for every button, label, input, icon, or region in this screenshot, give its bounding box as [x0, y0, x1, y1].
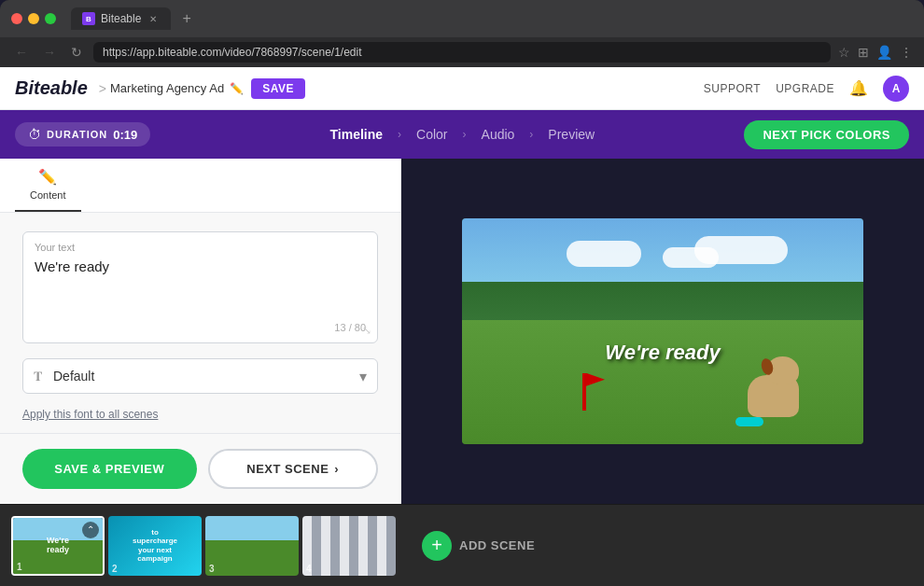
- step-arrow-2: ›: [463, 128, 467, 141]
- url-input[interactable]: [93, 42, 831, 63]
- tab-content-label: Content: [30, 189, 66, 201]
- video-preview: We're ready: [462, 218, 863, 444]
- save-preview-button[interactable]: SAVE & PREVIEW: [22, 449, 197, 489]
- browser-chrome: B Biteable ✕ + ← → ↻ ☆ ⊞ 👤 ⋮: [0, 0, 924, 67]
- font-selector-group: 𝐓 Default Arial Georgia Impact ▾: [22, 358, 378, 394]
- font-select-wrapper: 𝐓 Default Arial Georgia Impact ▾: [22, 358, 378, 394]
- upgrade-link[interactable]: UPGRADE: [776, 82, 834, 95]
- tab-favicon: B: [82, 12, 95, 25]
- active-tab[interactable]: B Biteable ✕: [71, 7, 171, 30]
- font-select[interactable]: Default Arial Georgia Impact: [22, 358, 378, 394]
- tab-title: Biteable: [101, 12, 141, 25]
- toy-bone: [735, 417, 763, 426]
- header-right: SUPPORT UPGRADE 🔔 A: [704, 76, 909, 102]
- left-panel: ✏️ Content Your text We're ready 13 / 80…: [0, 159, 401, 504]
- steps-bar: ⏱ DURATION 0:19 Timeline › Color › Audio…: [0, 110, 924, 159]
- app-header: Biteable > Marketing Agency Ad ✏️ SAVE S…: [0, 67, 924, 110]
- dog-figure: [729, 333, 804, 417]
- video-text-overlay: We're ready: [605, 341, 720, 365]
- back-button[interactable]: ←: [11, 43, 32, 62]
- close-window-button[interactable]: [11, 13, 22, 24]
- minimize-window-button[interactable]: [28, 13, 39, 24]
- app-logo[interactable]: Biteable: [15, 77, 88, 99]
- browser-actions: ☆ ⊞ 👤 ⋮: [838, 45, 913, 60]
- apply-font-section: Apply this font to all scenes: [22, 405, 378, 422]
- step-preview-label: Preview: [548, 127, 595, 142]
- main-content: ✏️ Content Your text We're ready 13 / 80…: [0, 159, 924, 504]
- text-area-label: Your text: [35, 242, 366, 253]
- scene-4-num: 4: [306, 564, 312, 574]
- next-pick-colors-button[interactable]: NeXT Pick colors: [744, 120, 909, 149]
- panel-footer: SAVE & PREVIEW NEXT SCENE ›: [0, 433, 400, 504]
- browser-titlebar: B Biteable ✕ +: [0, 0, 924, 37]
- panel-body: Your text We're ready 13 / 80 ⤡ 𝐓 Defaul…: [0, 213, 400, 433]
- breadcrumb-title: Marketing Agency Ad ✏️: [110, 81, 244, 95]
- video-flag: [582, 373, 586, 411]
- scene-3-bg: [205, 516, 299, 576]
- scene-1-up-icon[interactable]: ⌃: [82, 522, 99, 538]
- add-scene-button[interactable]: + ADD SCENE: [407, 523, 550, 568]
- traffic-lights: [11, 13, 56, 24]
- step-timeline-label: Timeline: [330, 127, 384, 142]
- dog-ear: [759, 357, 774, 376]
- forward-button[interactable]: →: [39, 43, 60, 62]
- step-arrow-1: ›: [398, 128, 401, 141]
- address-bar: ← → ↻ ☆ ⊞ 👤 ⋮: [0, 37, 924, 67]
- clock-icon: ⏱: [28, 127, 41, 142]
- next-scene-button[interactable]: NEXT SCENE ›: [208, 449, 379, 489]
- dog-body: [748, 375, 799, 417]
- project-title: Marketing Agency Ad: [110, 81, 224, 95]
- bookmark-icon[interactable]: ☆: [838, 45, 850, 60]
- browser-tabs: B Biteable ✕ +: [71, 7, 913, 30]
- menu-icon[interactable]: ⋮: [900, 45, 913, 60]
- refresh-button[interactable]: ↻: [67, 43, 86, 62]
- maximize-window-button[interactable]: [45, 13, 56, 24]
- step-color[interactable]: Color: [416, 127, 447, 142]
- add-scene-label: ADD SCENE: [459, 538, 535, 552]
- save-button[interactable]: SAVE: [251, 78, 305, 99]
- scene-thumb-2[interactable]: to supercharge your next campaign 2: [108, 516, 202, 576]
- scene-thumb-4[interactable]: 4: [302, 516, 396, 576]
- add-scene-circle-icon: +: [422, 531, 452, 561]
- scene-3-num: 3: [209, 564, 215, 574]
- scene-4-bg: [302, 516, 396, 576]
- step-color-label: Color: [416, 127, 447, 142]
- scene-2-num: 2: [112, 564, 118, 574]
- steps-nav: Timeline › Color › Audio › Preview: [180, 127, 744, 142]
- cloud-3: [694, 236, 788, 264]
- step-audio-label: Audio: [482, 127, 515, 142]
- step-preview[interactable]: Preview: [548, 127, 595, 142]
- new-tab-button[interactable]: +: [175, 10, 198, 27]
- edit-title-icon[interactable]: ✏️: [230, 82, 244, 95]
- scene-text-input[interactable]: We're ready: [35, 258, 366, 314]
- next-scene-label: NEXT SCENE: [246, 462, 329, 476]
- support-link[interactable]: SUPPORT: [704, 82, 761, 95]
- scene-1-label: We're ready: [35, 536, 80, 556]
- notification-icon[interactable]: 🔔: [849, 79, 868, 97]
- preview-area: We're ready: [401, 159, 924, 504]
- dog-head: [766, 356, 799, 384]
- scene-thumb-1[interactable]: ⌃ We're ready 1: [11, 516, 105, 576]
- profile-icon[interactable]: 👤: [876, 45, 892, 60]
- step-timeline[interactable]: Timeline: [330, 127, 384, 142]
- resize-handle-icon: ⤡: [362, 324, 371, 337]
- pencil-icon: ✏️: [38, 168, 57, 186]
- tab-close-button[interactable]: ✕: [147, 12, 160, 25]
- text-input-group: Your text We're ready 13 / 80 ⤡: [22, 231, 378, 343]
- filmstrip: ⌃ We're ready 1 to supercharge your next…: [0, 504, 924, 586]
- layers-icon[interactable]: ⊞: [858, 45, 869, 60]
- panel-tabs: ✏️ Content: [0, 159, 400, 213]
- apply-font-link[interactable]: Apply this font to all scenes: [22, 408, 158, 421]
- duration-badge: ⏱ DURATION 0:19: [15, 122, 150, 146]
- step-audio[interactable]: Audio: [482, 127, 515, 142]
- tab-content[interactable]: ✏️ Content: [15, 159, 81, 212]
- scene-thumb-3[interactable]: 3: [205, 516, 299, 576]
- step-arrow-3: ›: [529, 128, 533, 141]
- text-counter: 13 / 80: [35, 322, 366, 333]
- avatar[interactable]: A: [883, 76, 909, 102]
- video-grass: [462, 320, 863, 444]
- font-type-icon: 𝐓: [34, 369, 42, 384]
- scene-1-num: 1: [17, 562, 22, 572]
- duration-label: DURATION: [47, 129, 107, 140]
- next-arrow-icon: ›: [334, 462, 339, 476]
